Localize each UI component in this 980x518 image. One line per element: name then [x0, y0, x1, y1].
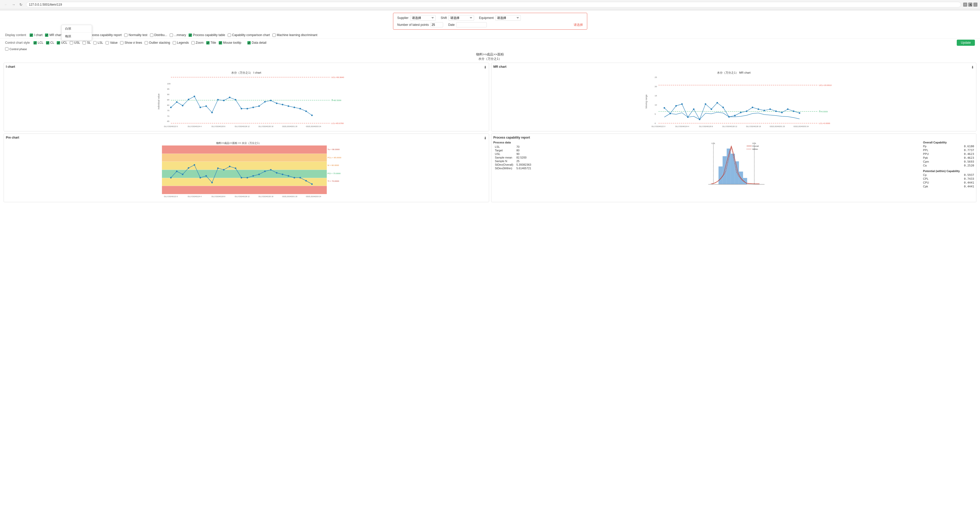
svg-point-31	[258, 105, 260, 107]
capability-table-checkbox-group[interactable]: Process capability table	[189, 33, 225, 37]
value-checkbox[interactable]	[105, 41, 109, 45]
summary-checkbox-group[interactable]: ...mmary	[170, 33, 186, 37]
title-checkbox-group[interactable]: Title	[206, 41, 216, 45]
mrchart-checkbox[interactable]	[45, 33, 48, 37]
svg-text:UCL=20.6910: UCL=20.6910	[819, 84, 832, 86]
ml-checkbox[interactable]	[272, 33, 276, 37]
equipment-select[interactable]: 请选择	[495, 15, 521, 21]
cpl-value: 0.7433	[964, 177, 974, 180]
legends-checkbox[interactable]	[173, 41, 176, 45]
ucl-checkbox[interactable]	[57, 41, 60, 45]
mouse-tooltip-checkbox[interactable]	[219, 41, 222, 45]
distribu-checkbox[interactable]	[150, 33, 153, 37]
mrchart-panel-title: MR chart	[493, 65, 506, 69]
control-phase-label: Control phase	[10, 48, 27, 51]
svg-point-66	[687, 116, 689, 118]
usl-value: 90	[515, 152, 533, 156]
capability-comparison-checkbox[interactable]	[228, 33, 231, 37]
back-button[interactable]: ←	[3, 2, 9, 7]
forward-button[interactable]: →	[10, 2, 17, 7]
ichart-checkbox-group[interactable]: I chart	[30, 33, 43, 37]
latest-points-label: Number of latest points	[398, 23, 429, 27]
ppl-value: 0.7737	[964, 148, 974, 152]
ml-checkbox-group[interactable]: Machine learning discriminant	[272, 33, 317, 37]
shift-select[interactable]: 请选择	[449, 15, 474, 21]
cl-checkbox-group[interactable]: CL	[46, 41, 54, 45]
sl-checkbox[interactable]	[83, 41, 86, 45]
mrchart-checkbox-group[interactable]: MR chart	[45, 33, 62, 37]
prechart-panel: Pre chart ⬇ 物料>>成品>>面粉 >> 水分（万分之1）	[3, 134, 489, 202]
prechart-panel-title: Pre chart	[6, 136, 19, 139]
address-bar[interactable]	[26, 2, 961, 7]
lcl-checkbox[interactable]	[33, 41, 37, 45]
svg-text:Individual value: Individual value	[158, 94, 160, 110]
show-lines-checkbox-group[interactable]: Show σ lines	[120, 41, 142, 45]
show-lines-checkbox[interactable]	[120, 41, 123, 45]
outlier-checkbox-group[interactable]: Outlier stacking	[145, 41, 170, 45]
mrchart-download-icon[interactable]: ⬇	[971, 65, 974, 69]
extension-icon[interactable]: 🔌	[968, 3, 972, 6]
confirm-button[interactable]: 请选择	[574, 23, 583, 27]
svg-text:75: 75	[167, 110, 169, 112]
svg-point-129	[282, 174, 283, 175]
update-button[interactable]: Update	[957, 40, 975, 46]
usl-checkbox-group[interactable]: USL	[70, 41, 80, 45]
ichart-checkbox[interactable]	[30, 33, 33, 37]
usl-checkbox[interactable]	[70, 41, 73, 45]
mrchart-label: MR chart	[49, 33, 62, 37]
svg-text:GDZL20240201 20: GDZL20240201 20	[282, 126, 298, 128]
prechart-download-icon[interactable]: ⬇	[484, 136, 487, 140]
sl-checkbox-group[interactable]: SL	[83, 41, 91, 45]
supplier-select[interactable]: 请选择	[410, 15, 436, 21]
date-input[interactable]	[456, 22, 487, 27]
capability-comparison-checkbox-group[interactable]: Capability comparison chart	[228, 33, 270, 37]
svg-text:TI = 70.0000: TI = 70.0000	[328, 180, 339, 182]
svg-text:Overall: Overall	[752, 145, 759, 147]
svg-text:DLLY20240124 4: DLLY20240124 4	[675, 126, 689, 128]
lcl-checkbox-group[interactable]: LCL	[33, 41, 43, 45]
dropdown-item-night[interactable]: 晚班	[62, 33, 92, 40]
sample-n-label: Sample N	[493, 159, 515, 163]
cpk-label: Cpk	[923, 185, 928, 188]
mrchart-svg: 水分（万分之1） MR chart Moving range 0 5 10 15…	[493, 70, 974, 128]
ppk-label: Ppk	[923, 156, 928, 159]
svg-text:100: 100	[167, 83, 171, 85]
svg-text:UCL=99.3640: UCL=99.3640	[331, 76, 344, 78]
capability-table-checkbox[interactable]	[189, 33, 192, 37]
data-detail-checkbox-group[interactable]: Data detail	[247, 41, 266, 45]
control-phase-checkbox[interactable]	[5, 47, 8, 51]
normality-checkbox-group[interactable]: Normality test	[124, 33, 147, 37]
title-checkbox[interactable]	[206, 41, 210, 45]
latest-points-input[interactable]	[430, 22, 443, 27]
dropdown-item-day[interactable]: 白班	[62, 25, 92, 32]
menu-icon[interactable]: ⋮	[974, 3, 977, 6]
value-checkbox-group[interactable]: Value	[105, 41, 118, 45]
ichart-download-icon[interactable]: ⬇	[484, 65, 487, 69]
summary-checkbox[interactable]	[170, 33, 173, 37]
ucl-checkbox-group[interactable]: UCL	[57, 41, 67, 45]
distribu-checkbox-group[interactable]: Distribu...	[150, 33, 167, 37]
process-data-title: Process data	[493, 141, 544, 144]
cl-checkbox[interactable]	[46, 41, 49, 45]
legends-checkbox-group[interactable]: Legends	[173, 41, 189, 45]
target-label: Target	[493, 148, 515, 152]
ml-label: Machine learning discriminant	[277, 33, 317, 37]
cl-label: CL	[50, 41, 54, 45]
zoom-checkbox-group[interactable]: Zoom	[191, 41, 204, 45]
normality-checkbox[interactable]	[124, 33, 127, 37]
zoom-checkbox[interactable]	[191, 41, 195, 45]
svg-text:USL: USL	[752, 142, 756, 145]
svg-point-68	[698, 119, 700, 120]
mouse-tooltip-checkbox-group[interactable]: Mouse tooltip	[219, 41, 241, 45]
refresh-button[interactable]: ↻	[18, 2, 24, 7]
table-row: Sample N 25	[493, 159, 533, 163]
star-icon[interactable]: ☆	[963, 3, 967, 6]
lsl-checkbox[interactable]	[93, 41, 97, 45]
lsl-checkbox-group[interactable]: LSL	[93, 41, 103, 45]
processcap-label: Process capability report	[88, 33, 122, 37]
svg-point-112	[182, 174, 183, 175]
capability-table-label: Process capability table	[193, 33, 225, 37]
data-detail-checkbox[interactable]	[247, 41, 251, 45]
outlier-checkbox[interactable]	[145, 41, 148, 45]
control-phase-checkbox-group[interactable]: Control phase	[5, 47, 975, 51]
